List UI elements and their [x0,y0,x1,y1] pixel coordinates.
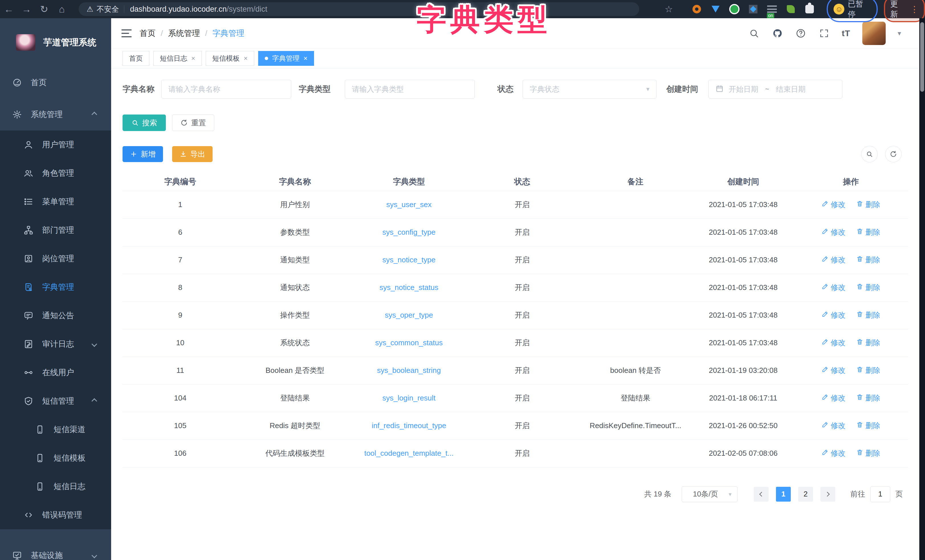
refresh-button[interactable] [885,146,902,163]
edit-link[interactable]: 修改 [821,310,845,320]
next-page-button[interactable] [820,487,835,501]
avatar[interactable] [862,22,886,45]
search-button[interactable]: 搜索 [122,114,166,131]
delete-link[interactable]: 删除 [856,283,880,292]
extensions-puzzle-icon[interactable] [804,3,815,15]
edit-link[interactable]: 修改 [821,283,845,292]
sidebar-item-dashboard[interactable]: 首页 [0,67,111,99]
profile-paused-chip[interactable]: ☺ 已暂停 [828,0,877,21]
extension-leaf-icon[interactable] [785,3,797,15]
cell-type-link[interactable]: sys_boolean_string [352,357,466,384]
cell-type-link[interactable]: sys_common_status [352,329,466,357]
extension-list-icon[interactable]: on [766,3,778,15]
home-icon[interactable]: ⌂ [53,4,71,15]
scrollbar-thumb[interactable] [920,22,924,92]
status-select[interactable]: ▾ [523,80,657,99]
extension-blue-diamond-icon[interactable] [747,3,759,15]
page-size-select[interactable]: 10条/页 ▾ [682,486,738,502]
edit-link[interactable]: 修改 [821,366,845,375]
close-icon[interactable]: × [191,54,195,62]
cell-type-link[interactable]: sys_login_result [352,384,466,412]
sidebar-item-monitor[interactable]: 基础设施 [0,539,111,560]
date-range-picker[interactable]: 开始日期 ~ 结束日期 [708,80,842,99]
extension-blue-gem-icon[interactable] [710,3,721,15]
delete-link[interactable]: 删除 [856,449,880,458]
cell-type-link[interactable]: sys_config_type [352,218,466,246]
tab-字典管理[interactable]: 字典管理× [258,51,314,66]
edit-link[interactable]: 修改 [821,449,845,458]
avatar-caret-icon[interactable]: ▾ [898,29,901,37]
scrollbar[interactable] [919,18,925,560]
dict-type-input[interactable] [352,85,468,94]
sidebar-item-phone[interactable]: 短信日志 [0,472,111,501]
fullscreen-icon[interactable] [818,28,830,39]
page-button-2[interactable]: 2 [798,487,813,501]
edit-link[interactable]: 修改 [821,255,845,265]
sidebar-item-message[interactable]: 通知公告 [0,301,111,330]
close-icon[interactable]: × [244,54,248,62]
reload-icon[interactable]: ↻ [35,3,53,15]
sidebar-item-user[interactable]: 用户管理 [0,131,111,159]
github-icon[interactable] [772,28,783,39]
sidebar-item-badge[interactable]: 岗位管理 [0,244,111,273]
breadcrumb-item[interactable]: 系统管理 [168,28,200,39]
sidebar-item-users[interactable]: 角色管理 [0,159,111,187]
cell-type-link[interactable]: tool_codegen_template_t... [352,440,466,467]
export-button[interactable]: 导出 [172,146,212,162]
sidebar-item-audit-log[interactable]: 审计日志 [0,330,111,358]
extension-green-circle-icon[interactable] [729,3,740,15]
cell-type-link[interactable]: sys_oper_type [352,301,466,329]
dict-name-field[interactable] [161,80,291,99]
dict-type-field[interactable] [345,80,475,99]
forward-icon[interactable]: → [18,4,35,15]
edit-link[interactable]: 修改 [821,200,845,210]
delete-link[interactable]: 删除 [856,421,880,431]
dict-name-input[interactable] [169,85,284,94]
back-icon[interactable]: ← [0,4,18,15]
breadcrumb-item[interactable]: 首页 [140,28,155,39]
sidebar-item-online[interactable]: 在线用户 [0,358,111,387]
browser-menu-icon[interactable]: ⋮ [910,4,919,14]
search-icon[interactable] [748,28,760,39]
delete-link[interactable]: 删除 [856,227,880,237]
sidebar-item-dict-book[interactable]: 字典管理 [0,273,111,301]
edit-link[interactable]: 修改 [821,338,845,348]
prev-page-button[interactable] [754,487,768,501]
tab-短信日志[interactable]: 短信日志× [153,51,202,66]
chrome-update-chip[interactable]: 更新 ⋮ [885,0,924,21]
add-button[interactable]: 新增 [122,146,163,162]
sidebar-item-code[interactable]: 错误码管理 [0,501,111,529]
delete-link[interactable]: 删除 [856,255,880,265]
sidebar-item-org-tree[interactable]: 部门管理 [0,216,111,244]
delete-link[interactable]: 删除 [856,310,880,320]
edit-link[interactable]: 修改 [821,227,845,237]
edit-link[interactable]: 修改 [821,421,845,431]
cell-type-link[interactable]: sys_notice_type [352,246,466,274]
close-icon[interactable]: × [303,54,307,62]
address-bar[interactable]: ⚠ 不安全 dashboard.yudao.iocoder.cn/system/… [79,2,639,16]
sidebar-item-menu-list[interactable]: 菜单管理 [0,187,111,216]
font-size-icon[interactable]: tT [842,29,850,38]
sidebar-item-phone[interactable]: 短信模板 [0,444,111,472]
show-search-button[interactable] [861,146,878,163]
cell-type-link[interactable]: inf_redis_timeout_type [352,412,466,440]
cell-type-link[interactable]: sys_user_sex [352,191,466,218]
sidebar-item-phone[interactable]: 短信渠道 [0,415,111,444]
sidebar-item-sms-shield[interactable]: 短信管理 [0,387,111,415]
extension-orange-ring-icon[interactable] [691,3,702,15]
status-select-input[interactable] [530,85,646,94]
goto-page-input[interactable] [870,486,890,502]
help-icon[interactable] [795,28,806,39]
page-button-1[interactable]: 1 [776,487,791,501]
cell-type-link[interactable]: sys_notice_status [352,274,466,301]
edit-link[interactable]: 修改 [821,393,845,403]
bookmark-star-icon[interactable]: ☆ [665,4,673,15]
delete-link[interactable]: 删除 [856,366,880,375]
delete-link[interactable]: 删除 [856,200,880,210]
delete-link[interactable]: 删除 [856,338,880,348]
reset-button[interactable]: 重置 [172,114,214,131]
tab-首页[interactable]: 首页 [122,51,149,66]
sidebar-collapse-icon[interactable] [121,29,132,37]
delete-link[interactable]: 删除 [856,393,880,403]
sidebar-item-gear[interactable]: 系统管理 [0,99,111,131]
